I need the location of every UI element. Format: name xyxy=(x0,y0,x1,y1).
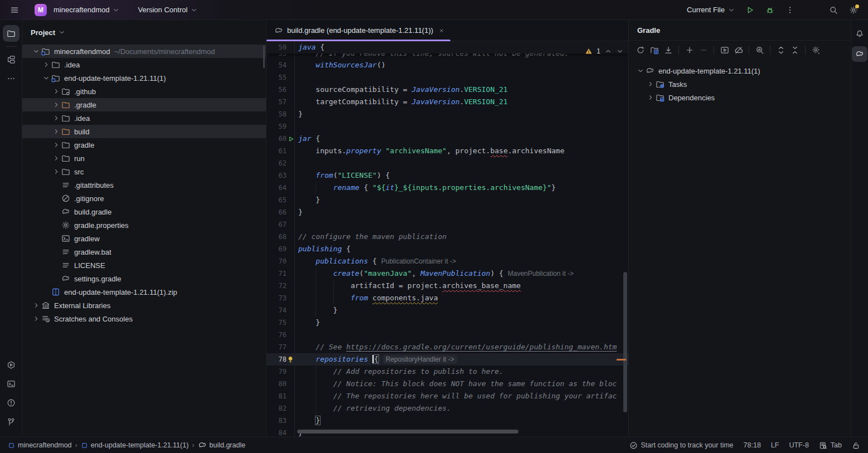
chevron-right-icon[interactable] xyxy=(51,87,61,95)
more-actions-button[interactable] xyxy=(782,2,798,18)
gradle-tool-window-button[interactable] xyxy=(852,46,867,62)
tree-item[interactable]: end-update-template-1.21.11(1) xyxy=(22,71,266,85)
code-line[interactable]: 73 from components.java xyxy=(266,292,628,304)
tool-window-button-services[interactable] xyxy=(3,357,20,373)
code-line[interactable]: 58} xyxy=(266,108,628,120)
tool-window-button-version-control[interactable] xyxy=(3,413,20,430)
gradle-panel-header[interactable]: Gradle xyxy=(629,20,851,41)
code-line[interactable]: 62 xyxy=(266,157,628,169)
run-task-button[interactable] xyxy=(717,43,731,57)
code-line[interactable]: 75 } xyxy=(266,316,628,329)
code-line[interactable]: 74 } xyxy=(266,304,628,316)
tool-window-button-project[interactable] xyxy=(3,25,20,42)
project-panel-header[interactable]: Project xyxy=(22,20,266,45)
code-line[interactable]: 68// configure the maven publication xyxy=(266,231,628,243)
tree-item[interactable]: run xyxy=(22,152,266,165)
code-line[interactable]: 60jar { xyxy=(266,133,628,145)
status-caret-position[interactable]: 78:18 xyxy=(744,441,761,449)
status-time-tracker[interactable]: Start coding to track your time xyxy=(629,441,734,450)
chevron-right-icon[interactable] xyxy=(646,80,656,88)
chevron-right-icon[interactable] xyxy=(51,168,61,176)
tree-item[interactable]: end-update-template-1.21.11(1).zip xyxy=(22,285,266,299)
code-line[interactable]: 66} xyxy=(266,206,628,218)
tree-item[interactable]: .gitattributes xyxy=(22,178,266,192)
run-button[interactable] xyxy=(742,2,758,18)
toggle-offline-mode-button[interactable] xyxy=(731,43,745,57)
gradle-tree-item[interactable]: Dependencies xyxy=(629,91,851,104)
tool-window-button-more-tool-windows[interactable] xyxy=(3,70,20,87)
main-menu-button[interactable] xyxy=(7,2,22,18)
debug-button[interactable] xyxy=(762,2,778,18)
code-line[interactable]: 54 withSourcesJar() xyxy=(266,59,628,71)
next-problem-button[interactable] xyxy=(616,47,624,55)
project-widget[interactable]: minecraftendmod xyxy=(51,6,122,14)
project-scrollbar[interactable] xyxy=(263,46,265,68)
chevron-right-icon[interactable] xyxy=(646,94,656,101)
code-line[interactable]: 64 rename { "${it}_${inputs.properties.a… xyxy=(266,182,628,194)
code-line[interactable]: 76 xyxy=(266,329,628,341)
close-icon[interactable] xyxy=(438,27,445,34)
execute-task-button[interactable] xyxy=(753,43,767,57)
chevron-right-icon[interactable] xyxy=(31,301,41,309)
code-line[interactable]: 53 // If you remove this line, sources w… xyxy=(266,53,628,59)
previous-problem-button[interactable] xyxy=(604,47,612,55)
chevron-right-icon[interactable] xyxy=(51,128,61,135)
lightbulb-icon[interactable] xyxy=(287,353,294,366)
status-encoding[interactable]: UTF-8 xyxy=(789,441,808,449)
inspection-widget[interactable]: 1 xyxy=(585,45,624,57)
tree-item[interactable]: External Libraries xyxy=(22,299,266,312)
tree-item[interactable]: LICENSE xyxy=(22,259,266,272)
code-line[interactable]: 70 publications { PublicationContainer i… xyxy=(266,255,628,267)
search-everywhere-button[interactable] xyxy=(826,2,841,18)
code-line[interactable]: 69publishing { xyxy=(266,243,628,255)
code-line[interactable]: 79 // Add repositories to publish to her… xyxy=(266,366,628,378)
run-gutter-icon[interactable] xyxy=(287,133,294,145)
gradle-tree-item[interactable]: Tasks xyxy=(629,77,851,91)
tree-item[interactable]: build.gradle xyxy=(22,205,266,218)
tree-item[interactable]: Scratches and Consoles xyxy=(22,312,266,325)
chevron-down-icon[interactable] xyxy=(636,67,646,75)
tree-item[interactable]: .idea xyxy=(22,58,266,71)
run-configuration-selector[interactable]: Current File xyxy=(685,6,738,14)
status-lock[interactable] xyxy=(852,441,860,450)
expand-all-button[interactable] xyxy=(774,43,788,57)
chevron-right-icon[interactable] xyxy=(51,101,61,109)
tree-item[interactable]: minecraftendmod~/Documents/minecraftendm… xyxy=(22,45,266,58)
tree-item[interactable]: gradle.properties xyxy=(22,218,266,232)
tree-item[interactable]: gradle xyxy=(22,138,266,152)
tree-item[interactable]: src xyxy=(22,165,266,178)
chevron-right-icon[interactable] xyxy=(31,315,41,323)
tree-item[interactable]: gradlew xyxy=(22,232,266,245)
status-indent[interactable]: Tab xyxy=(819,441,842,450)
code-line[interactable]: 65 } xyxy=(266,194,628,206)
code-line[interactable]: 77 // See https://docs.gradle.org/curren… xyxy=(266,341,628,353)
tool-window-button-problems[interactable] xyxy=(3,394,20,411)
chevron-right-icon[interactable] xyxy=(41,61,51,69)
chevron-right-icon[interactable] xyxy=(51,114,61,122)
collapse-all-button[interactable] xyxy=(788,43,802,57)
code-line[interactable]: 71 create("mavenJava", MavenPublication)… xyxy=(266,267,628,280)
chevron-down-icon[interactable] xyxy=(41,74,51,82)
tree-item[interactable]: .gitignore xyxy=(22,192,266,205)
code-line[interactable]: 55 xyxy=(266,71,628,84)
code-line[interactable]: 67 xyxy=(266,218,628,231)
tree-item[interactable]: .idea xyxy=(22,111,266,125)
editor-horizontal-scrollbar[interactable] xyxy=(297,430,518,433)
code-line[interactable]: 78 repositories { RepositoryHandler it -… xyxy=(266,353,628,366)
tool-window-button-terminal[interactable] xyxy=(3,376,20,392)
code-line[interactable]: 82 // retrieving dependencies. xyxy=(266,402,628,415)
code-line[interactable]: 80 // Notice: This block does NOT have t… xyxy=(266,378,628,390)
settings-button[interactable] xyxy=(846,2,861,18)
chevron-right-icon[interactable] xyxy=(51,154,61,162)
tool-window-button-structure[interactable] xyxy=(3,51,20,68)
code-line[interactable]: 56 sourceCompatibility = JavaVersion.VER… xyxy=(266,84,628,96)
attach-gradle-project-button[interactable] xyxy=(647,43,661,57)
code-line[interactable]: 50java { xyxy=(266,41,628,53)
chevron-right-icon[interactable] xyxy=(51,141,61,149)
code-line[interactable]: 57 targetCompatibility = JavaVersion.VER… xyxy=(266,96,628,108)
remove-button[interactable] xyxy=(696,43,710,57)
vcs-widget[interactable]: Version Control xyxy=(135,6,200,14)
breadcrumb-item[interactable]: minecraftendmod xyxy=(8,441,72,449)
code-line[interactable]: 83 } xyxy=(266,415,628,427)
refresh-button[interactable] xyxy=(633,43,647,57)
